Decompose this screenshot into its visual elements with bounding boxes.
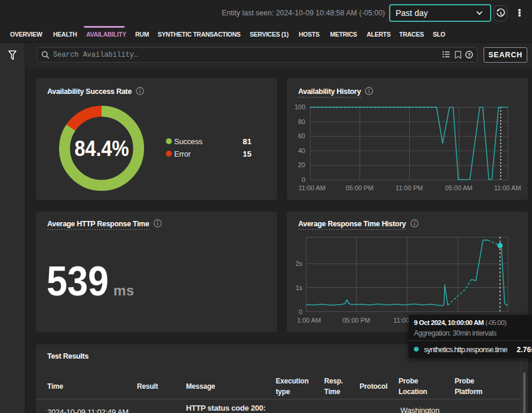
- svg-text:60: 60: [298, 132, 305, 139]
- svg-text:0: 0: [302, 176, 305, 183]
- svg-text:05:00 AM: 05:00 AM: [445, 184, 472, 191]
- svg-text:11:00 AM: 11:00 AM: [299, 184, 326, 191]
- svg-text:?: ?: [468, 51, 471, 57]
- svg-text:0: 0: [299, 308, 302, 316]
- svg-text:40: 40: [298, 147, 305, 154]
- svg-text:05:00 PM: 05:00 PM: [342, 317, 370, 324]
- svg-text:2s: 2s: [295, 260, 302, 267]
- svg-text:100: 100: [295, 103, 305, 110]
- svg-text:05:00 PM: 05:00 PM: [345, 184, 373, 191]
- svg-text:1s: 1s: [295, 284, 302, 291]
- svg-text:11:00 PM: 11:00 PM: [396, 184, 423, 191]
- svg-text:1:00 AM: 1:00 AM: [297, 317, 321, 324]
- svg-text:20: 20: [298, 161, 305, 168]
- svg-text:80: 80: [298, 118, 305, 125]
- svg-text:11:00 AM: 11:00 AM: [494, 184, 521, 191]
